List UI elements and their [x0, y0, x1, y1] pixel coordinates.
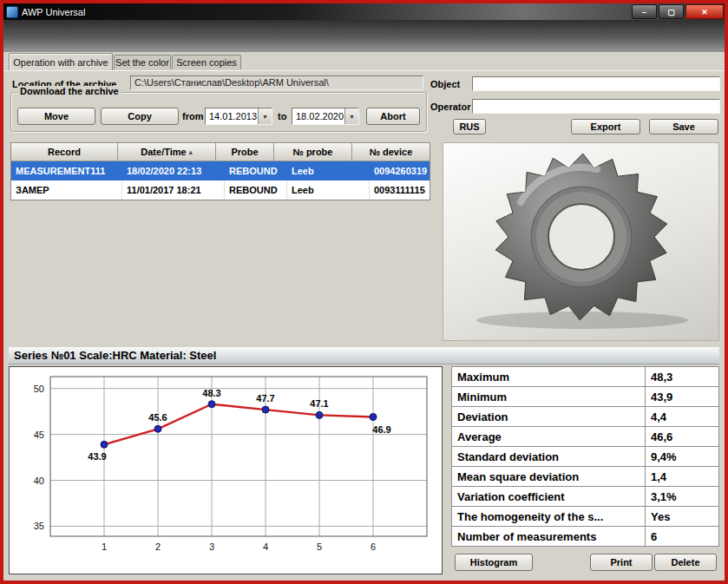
statistics-table: Maximum 48,3 Minimum 43,9 Deviation 4,4 …: [451, 366, 719, 547]
tab-operation-with-archive[interactable]: Operation with archive: [9, 53, 113, 70]
to-label: to: [278, 111, 286, 121]
stat-value: 43,9: [646, 387, 718, 406]
from-label: from: [182, 111, 203, 121]
svg-text:43.9: 43.9: [88, 451, 106, 462]
copy-button[interactable]: Copy: [101, 108, 179, 125]
svg-text:45.6: 45.6: [148, 412, 167, 423]
date-to-dropdown[interactable]: 18.02.2020 ▼: [292, 108, 359, 125]
minimize-icon[interactable]: –: [632, 4, 657, 19]
svg-text:1: 1: [102, 541, 107, 552]
stat-label: Variation coefficient: [452, 487, 645, 506]
maximize-icon[interactable]: ▢: [659, 4, 684, 19]
svg-text:2: 2: [155, 541, 161, 552]
milling-cutter-graphic: [443, 143, 718, 340]
stat-label: Deviation: [452, 407, 645, 426]
save-button[interactable]: Save: [649, 119, 718, 135]
column-header-probe-number[interactable]: № probe: [274, 143, 352, 161]
date-from-dropdown[interactable]: 14.01.2013 ▼: [205, 108, 272, 125]
cell-probe: REBOUND: [225, 180, 287, 200]
cell-record: MEASUREMENT111: [11, 161, 122, 180]
cell-device-number: 0094260319: [370, 161, 430, 180]
stat-label: Number of measurements: [452, 527, 645, 546]
object-label: Object: [430, 79, 460, 89]
stat-value: 46,6: [646, 427, 718, 446]
stat-value: 48,3: [646, 367, 718, 386]
table-row[interactable]: ЗАМЕР 11/01/2017 18:21 REBOUND Leeb 0093…: [11, 180, 430, 200]
chevron-down-icon[interactable]: ▼: [344, 108, 358, 124]
client-area: Operation with archive Set the color Scr…: [3, 52, 725, 581]
svg-text:35: 35: [34, 521, 44, 531]
stat-label: The homogeneity of the s...: [452, 507, 645, 526]
app-icon: [6, 6, 18, 18]
stat-label: Minimum: [452, 387, 645, 406]
milling-cutter-image: [443, 142, 719, 341]
language-rus-button[interactable]: RUS: [453, 119, 486, 135]
cell-probe: REBOUND: [225, 161, 287, 180]
svg-text:6: 6: [371, 541, 376, 552]
tab-screen-copies[interactable]: Screen copies: [172, 55, 241, 69]
svg-text:4: 4: [263, 541, 268, 552]
stat-value: 9,4%: [646, 447, 718, 466]
cell-datetime: 18/02/2020 22:13: [122, 161, 225, 180]
delete-button[interactable]: Delete: [654, 554, 717, 571]
stat-value: 6: [646, 527, 718, 546]
records-table-header: Record Date/Time ▴ Probe № probe № devic…: [11, 143, 430, 161]
column-header-datetime[interactable]: Date/Time ▴: [118, 143, 216, 161]
svg-text:47.1: 47.1: [310, 398, 328, 409]
window-frame-band: [3, 20, 725, 52]
cell-probe-number: Leeb: [287, 180, 370, 200]
object-input[interactable]: [472, 76, 720, 91]
histogram-button[interactable]: Histogram: [455, 554, 533, 571]
tab-page-border: [3, 70, 725, 71]
measurements-line-chart: 1234563540455043.945.648.347.747.146.9: [9, 366, 443, 574]
operator-label: Operator: [430, 102, 470, 112]
stat-label: Mean square deviation: [452, 467, 645, 486]
svg-text:47.7: 47.7: [256, 393, 274, 404]
svg-text:40: 40: [34, 476, 44, 486]
stat-value: 4,4: [646, 407, 718, 426]
app-window: AWP Universal – ▢ ✕ Operation with archi…: [0, 0, 728, 584]
svg-text:3: 3: [209, 541, 214, 552]
tab-set-the-color[interactable]: Set the color: [114, 55, 171, 69]
stat-label: Standard deviation: [452, 447, 645, 466]
chevron-down-icon[interactable]: ▼: [258, 108, 272, 124]
archive-location-field[interactable]: C:\Users\Станислав\Desktop\ARM Universal…: [130, 75, 423, 90]
window-title: AWP Universal: [22, 7, 85, 17]
cell-probe-number: Leeb: [287, 161, 370, 180]
cell-datetime: 11/01/2017 18:21: [122, 180, 225, 200]
stat-label: Maximum: [452, 367, 645, 386]
cell-record: ЗАМЕР: [11, 180, 122, 200]
cell-device-number: 0093111115: [370, 180, 430, 200]
stat-value: Yes: [646, 507, 718, 526]
column-header-record[interactable]: Record: [11, 143, 118, 161]
export-button[interactable]: Export: [571, 119, 640, 135]
move-button[interactable]: Move: [17, 108, 95, 125]
window-controls: – ▢ ✕: [632, 4, 725, 19]
stat-label: Average: [452, 427, 645, 446]
sort-ascending-icon: ▴: [189, 148, 193, 156]
series-header: Series №01 Scale:HRC Material: Steel: [9, 347, 719, 364]
svg-text:5: 5: [317, 541, 322, 552]
svg-text:48.3: 48.3: [202, 388, 220, 398]
operator-input[interactable]: [472, 99, 720, 114]
column-header-device-number[interactable]: № device: [352, 143, 430, 161]
table-row[interactable]: MEASUREMENT111 18/02/2020 22:13 REBOUND …: [11, 161, 430, 180]
svg-text:46.9: 46.9: [372, 424, 390, 435]
title-bar[interactable]: AWP Universal – ▢ ✕: [3, 3, 725, 20]
close-icon[interactable]: ✕: [685, 4, 724, 19]
column-header-datetime-label: Date/Time: [141, 147, 186, 157]
records-table: Record Date/Time ▴ Probe № probe № devic…: [10, 142, 430, 200]
stat-value: 1,4: [646, 467, 718, 486]
column-header-probe[interactable]: Probe: [216, 143, 274, 161]
print-button[interactable]: Print: [590, 554, 653, 571]
download-archive-group-label: Download the archive: [17, 86, 121, 96]
date-to-value: 18.02.2020: [292, 111, 344, 121]
svg-text:50: 50: [34, 384, 44, 394]
line-chart-graphic: 1234563540455043.945.648.347.747.146.9: [10, 368, 441, 573]
stat-value: 3,1%: [646, 487, 718, 506]
abort-button[interactable]: Abort: [366, 108, 420, 125]
svg-text:45: 45: [34, 430, 44, 440]
date-from-value: 14.01.2013: [206, 111, 258, 121]
